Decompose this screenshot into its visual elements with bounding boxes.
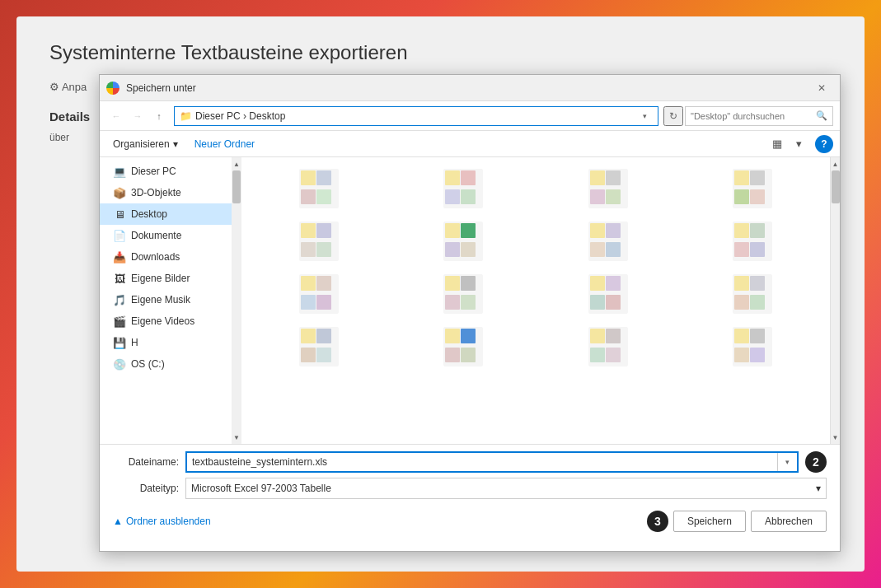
- videos-icon: 🎬: [113, 315, 126, 328]
- new-folder-label: Neuer Ordner: [194, 138, 255, 150]
- file-item[interactable]: [682, 269, 824, 319]
- dialog-content: 💻 Dieser PC 📦 3D-Objekte 🖥 Desktop 📄 Dok…: [100, 157, 840, 444]
- filename-dropdown-button[interactable]: ▾: [777, 453, 797, 471]
- gear-icon: ⚙: [49, 81, 59, 93]
- file-item[interactable]: [537, 217, 679, 266]
- up-button[interactable]: ↑: [149, 106, 169, 126]
- file-item[interactable]: [248, 269, 390, 319]
- sidebar-item-eigene-videos[interactable]: 🎬 Eigene Videos: [100, 310, 232, 332]
- sidebar-label-eigene-musik: Eigene Musik: [131, 294, 190, 306]
- file-item[interactable]: [537, 322, 679, 371]
- file-thumbnail: [443, 274, 483, 314]
- dialog-bottom: Dateiname: ▾ 2 Dateityp: Microsoft Excel…: [100, 444, 840, 506]
- file-thumbnail: [299, 222, 339, 261]
- file-item[interactable]: [682, 217, 824, 266]
- search-input[interactable]: [691, 111, 816, 121]
- 3d-icon: 📦: [113, 186, 126, 199]
- sidebar-label-downloads: Downloads: [131, 251, 180, 263]
- file-thumbnail: [443, 327, 483, 366]
- musik-icon: 🎵: [113, 293, 126, 306]
- address-path: Dieser PC › Desktop: [195, 110, 636, 122]
- sidebar-item-3d-objekte[interactable]: 📦 3D-Objekte: [100, 182, 232, 203]
- view-toggle-button[interactable]: ▦: [767, 134, 787, 154]
- file-scroll-up[interactable]: ▲: [831, 157, 840, 170]
- file-item[interactable]: [248, 217, 390, 266]
- filename-input[interactable]: [187, 456, 777, 468]
- file-thumbnail: [588, 169, 628, 208]
- sidebar-item-dokumente[interactable]: 📄 Dokumente: [100, 225, 232, 246]
- forward-button[interactable]: →: [128, 106, 148, 126]
- filetype-row: Dateityp: Microsoft Excel 97-2003 Tabell…: [113, 478, 827, 499]
- refresh-button[interactable]: ↻: [663, 106, 683, 126]
- filetype-value: Microsoft Excel 97-2003 Tabelle: [191, 483, 331, 494]
- file-item[interactable]: [393, 164, 535, 213]
- sidebar-item-eigene-bilder[interactable]: 🖼 Eigene Bilder: [100, 268, 232, 289]
- help-button[interactable]: ?: [815, 135, 833, 153]
- sidebar-item-desktop[interactable]: 🖥 Desktop: [100, 203, 232, 225]
- folder-toggle-button[interactable]: ▲ Ordner ausblenden: [113, 516, 211, 527]
- scroll-down-arrow[interactable]: ▼: [232, 431, 241, 444]
- back-button[interactable]: ←: [106, 106, 126, 126]
- filetype-dropdown-icon: ▾: [816, 483, 821, 494]
- cancel-button[interactable]: Abbrechen: [751, 511, 827, 532]
- action-bar: Organisieren ▾ Neuer Ordner ▦ ▾ ?: [100, 131, 840, 157]
- file-thumbnail: [588, 274, 628, 314]
- view-dropdown-button[interactable]: ▾: [789, 134, 808, 154]
- dialog-title: Speichern unter: [126, 82, 810, 94]
- file-item[interactable]: [248, 164, 390, 213]
- file-thumbnail: [588, 222, 628, 261]
- dialog-buttons: ▲ Ordner ausblenden 3 Speichern Abbreche…: [100, 506, 840, 540]
- sidebar-scrollbar[interactable]: ▲ ▼: [232, 157, 241, 444]
- file-thumbnail: [733, 274, 772, 314]
- file-item[interactable]: [393, 217, 535, 266]
- sidebar-item-dieser-pc[interactable]: 💻 Dieser PC: [100, 161, 232, 182]
- organize-label: Organisieren: [113, 138, 170, 150]
- file-item[interactable]: [248, 322, 390, 371]
- desktop-icon: 🖥: [113, 208, 126, 221]
- address-dropdown-button[interactable]: ▾: [636, 108, 653, 124]
- search-icon: 🔍: [816, 110, 827, 121]
- file-area-scrollbar[interactable]: ▲ ▼: [830, 157, 840, 444]
- file-item[interactable]: [682, 164, 824, 213]
- organize-button[interactable]: Organisieren ▾: [106, 136, 185, 152]
- save-button[interactable]: Speichern: [673, 511, 746, 532]
- sidebar-item-eigene-musik[interactable]: 🎵 Eigene Musik: [100, 289, 232, 310]
- file-thumbnail: [733, 169, 772, 208]
- sidebar-label-dokumente: Dokumente: [131, 230, 181, 241]
- scroll-up-arrow[interactable]: ▲: [232, 157, 241, 170]
- page-title: Systeminterne Textbausteine exportieren: [16, 16, 865, 81]
- file-thumbnail: [299, 274, 339, 314]
- filetype-select[interactable]: Microsoft Excel 97-2003 Tabelle ▾: [185, 478, 827, 499]
- file-item[interactable]: [537, 164, 679, 213]
- bilder-icon: 🖼: [113, 272, 126, 285]
- scroll-thumb[interactable]: [232, 170, 241, 203]
- file-item[interactable]: [393, 322, 535, 371]
- sidebar: 💻 Dieser PC 📦 3D-Objekte 🖥 Desktop 📄 Dok…: [100, 157, 232, 444]
- sidebar-wrapper: 💻 Dieser PC 📦 3D-Objekte 🖥 Desktop 📄 Dok…: [100, 157, 241, 444]
- filename-row: Dateiname: ▾ 2: [113, 451, 827, 473]
- sidebar-label-desktop: Desktop: [131, 208, 167, 220]
- sidebar-item-h[interactable]: 💾 H: [100, 332, 232, 353]
- sidebar-label-dieser-pc: Dieser PC: [131, 166, 176, 177]
- sidebar-label-eigene-bilder: Eigene Bilder: [131, 273, 190, 284]
- new-folder-button[interactable]: Neuer Ordner: [188, 136, 261, 152]
- sidebar-item-downloads[interactable]: 📥 Downloads: [100, 246, 232, 268]
- file-item[interactable]: [393, 269, 535, 319]
- navigation-toolbar: ← → ↑ 📁 Dieser PC › Desktop ▾ ↻ 🔍: [100, 101, 840, 131]
- file-scroll-thumb[interactable]: [832, 170, 840, 203]
- step-badge-3: 3: [647, 511, 668, 532]
- file-item[interactable]: [682, 322, 824, 371]
- file-thumbnail: [443, 169, 483, 208]
- file-thumbnail: [299, 327, 339, 366]
- sidebar-item-os-c[interactable]: 💿 OS (C:): [100, 353, 232, 375]
- h-drive-icon: 💾: [113, 336, 126, 349]
- sidebar-label-os-c: OS (C:): [131, 358, 165, 370]
- save-dialog: Speichern unter ✕ ← → ↑ 📁 Dieser PC › De…: [99, 74, 841, 552]
- file-thumbnail: [443, 222, 483, 261]
- file-scroll-track: [831, 170, 840, 431]
- file-item[interactable]: [537, 269, 679, 319]
- file-scroll-down[interactable]: ▼: [831, 431, 840, 444]
- file-thumbnail: [733, 222, 772, 261]
- close-button[interactable]: ✕: [810, 80, 833, 96]
- os-icon: 💿: [113, 357, 126, 371]
